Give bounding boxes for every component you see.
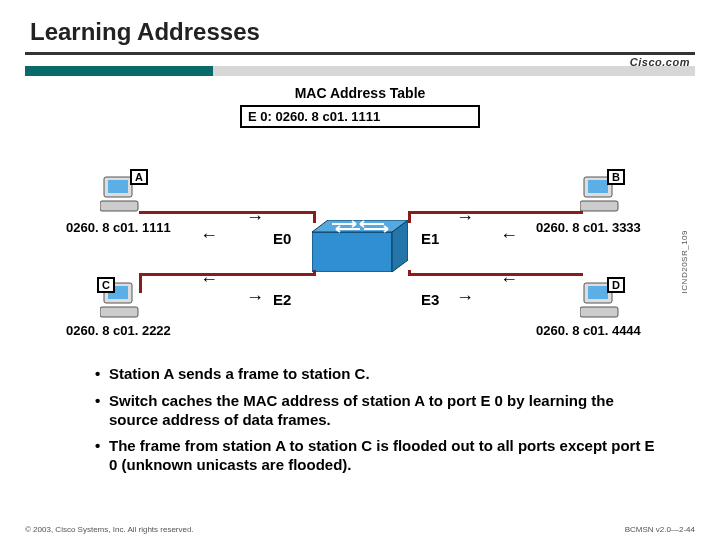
svg-marker-3	[312, 220, 408, 232]
svg-rect-12	[100, 307, 138, 317]
divider-bar	[25, 66, 695, 76]
station-label-a: A	[130, 169, 148, 185]
mac-table-title: MAC Address Table	[295, 85, 426, 101]
bullet-item: Switch caches the MAC address of station…	[95, 392, 665, 430]
bullet-list: Station A sends a frame to station C. Sw…	[95, 365, 665, 483]
mac-address-a: 0260. 8 c01. 1111	[66, 220, 171, 235]
station-label-c: C	[97, 277, 115, 293]
station-label-b: B	[607, 169, 625, 185]
mac-address-c: 0260. 8 c01. 2222	[66, 323, 171, 338]
svg-marker-1	[312, 232, 392, 272]
page-title: Learning Addresses	[30, 18, 260, 46]
footer-slide-ref: BCMSN v2.0—2-44	[625, 525, 695, 534]
arrow-right-icon: →	[246, 207, 264, 228]
mac-address-d: 0260. 8 c01. 4444	[536, 323, 641, 338]
arrow-right-icon: →	[456, 207, 474, 228]
mac-table-entry: E 0: 0260. 8 c01. 1111	[242, 107, 478, 126]
figure-reference: ICND20SR_109	[680, 230, 689, 293]
bullet-item: Station A sends a frame to station C.	[95, 365, 665, 384]
network-diagram: MAC Address Table E 0: 0260. 8 c01. 1111	[0, 85, 720, 360]
svg-rect-9	[580, 201, 618, 211]
arrow-left-icon: ←	[200, 269, 218, 290]
arrow-left-icon: ←	[200, 225, 218, 246]
title-underline	[25, 52, 695, 55]
port-label-e3: E3	[421, 291, 439, 308]
arrow-left-icon: ←	[500, 225, 518, 246]
svg-rect-6	[100, 201, 138, 211]
mac-address-table: E 0: 0260. 8 c01. 1111	[240, 105, 480, 128]
bullet-item: The frame from station A to station C is…	[95, 437, 665, 475]
svg-rect-14	[588, 286, 608, 299]
arrow-left-icon: ←	[500, 269, 518, 290]
svg-rect-15	[580, 307, 618, 317]
svg-rect-8	[588, 180, 608, 193]
arrow-right-icon: →	[246, 287, 264, 308]
svg-rect-5	[108, 180, 128, 193]
port-label-e0: E0	[273, 230, 291, 247]
switch-icon	[312, 220, 408, 272]
cisco-logo: Cisco.com	[630, 56, 690, 68]
port-label-e1: E1	[421, 230, 439, 247]
mac-address-b: 0260. 8 c01. 3333	[536, 220, 641, 235]
station-label-d: D	[607, 277, 625, 293]
port-label-e2: E2	[273, 291, 291, 308]
footer-copyright: © 2003, Cisco Systems, Inc. All rights r…	[25, 525, 194, 534]
arrow-right-icon: →	[456, 287, 474, 308]
